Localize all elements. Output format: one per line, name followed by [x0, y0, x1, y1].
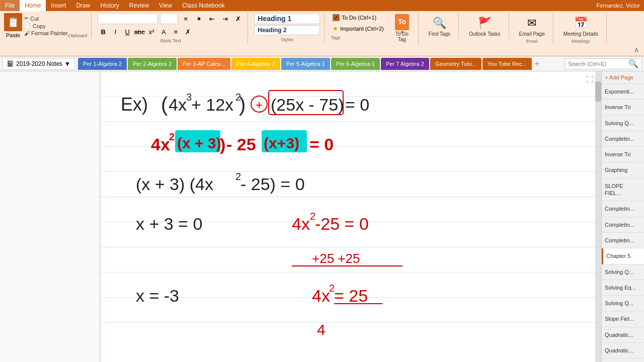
paste-button[interactable]: 📋 Paste	[4, 13, 22, 38]
equation-row-5: +25 +25	[121, 245, 581, 270]
increase-indent-button[interactable]: ⇥	[219, 13, 230, 24]
decrease-indent-button[interactable]: ⇤	[206, 13, 217, 24]
equation-2: 4x 2 (x + 3) ) - 25 (x+3) = 0	[121, 126, 473, 159]
page-item-17[interactable]: Factoring	[602, 358, 644, 362]
underline-button[interactable]: U	[122, 26, 133, 37]
section-tab-2[interactable]: Per 3-AP Calcu...	[178, 58, 230, 70]
page-item-11[interactable]: Solving Q...	[602, 264, 644, 280]
meeting-button[interactable]: 📅 Meeting Details	[559, 13, 602, 39]
section-tabs: Per 1-Algebra 2Per 2-Algebra 2Per 3-AP C…	[78, 58, 532, 70]
page-item-14[interactable]: Slope Fiel...	[602, 311, 644, 327]
bullet-list-button[interactable]: ≡	[180, 13, 191, 24]
equation-3: (x + 3) (4x 2 - 25) = 0	[121, 166, 473, 199]
svg-text:): )	[220, 135, 225, 154]
menu-class-notebook[interactable]: Class Notebook	[177, 0, 230, 11]
font-color-button[interactable]: A	[158, 26, 169, 37]
page-item-2[interactable]: Solving Q...	[602, 116, 644, 131]
section-tab-5[interactable]: Per 6-Algebra 1	[331, 58, 380, 70]
section-tab-1[interactable]: Per 2-Algebra 2	[128, 58, 177, 70]
menu-view[interactable]: View	[154, 0, 177, 11]
nav-bar: 📓 2019-2020 Notes ▼ Per 1-Algebra 2Per 2…	[0, 56, 644, 71]
notebook-selector[interactable]: 📓 2019-2020 Notes ▼	[2, 58, 75, 70]
svg-text:4: 4	[317, 321, 326, 338]
meeting-group: 📅 Meeting Details Meetings	[559, 13, 607, 44]
page-item-16[interactable]: Quadratic...	[602, 343, 644, 358]
page-item-1[interactable]: Inverse Tri	[602, 100, 644, 115]
numbered-list-button[interactable]: ⁕	[193, 13, 204, 24]
scrollbar-thumb[interactable]	[595, 81, 601, 102]
menu-review[interactable]: Review	[124, 0, 154, 11]
svg-text:+ 12x: + 12x	[191, 95, 233, 114]
find-tags-group: 🔍 Find Tags	[425, 13, 459, 39]
meeting-icon: 📅	[573, 15, 589, 31]
note-content[interactable]: Ex) ( 4x 3 + 12x 2 ) + (25x - 75)	[101, 71, 601, 362]
expand-icon[interactable]: ⛶	[586, 75, 593, 83]
page-item-8[interactable]: Completin...	[602, 217, 644, 233]
email-group: ✉ Email Page Email	[515, 13, 553, 44]
page-item-15[interactable]: Quadratic...	[602, 327, 644, 343]
svg-text:4x: 4x	[169, 95, 187, 114]
notebook-dropdown-icon: ▼	[64, 60, 70, 67]
menu-draw[interactable]: Draw	[71, 0, 95, 11]
important-label: Important (Ctrl+2)	[340, 26, 384, 32]
heading1-style[interactable]: Heading 1	[254, 13, 320, 24]
svg-text:4x: 4x	[312, 286, 330, 305]
superscript-button[interactable]: x²	[146, 26, 157, 37]
bold-button[interactable]: B	[98, 26, 109, 37]
page-item-6[interactable]: SLOPE FIEL...	[602, 178, 644, 202]
menu-insert[interactable]: Insert	[46, 0, 71, 11]
italic-button[interactable]: I	[110, 26, 121, 37]
menu-history[interactable]: History	[95, 0, 124, 11]
math-equations: Ex) ( 4x 3 + 12x 2 ) + (25x - 75)	[121, 81, 581, 354]
collapse-ribbon-button[interactable]: ∧	[633, 45, 640, 55]
menu-file[interactable]: File	[0, 0, 20, 11]
page-item-10[interactable]: Chapter 5	[602, 248, 644, 264]
page-item-7[interactable]: Completin...	[602, 201, 644, 217]
clear-format-button[interactable]: ✗	[232, 13, 244, 24]
svg-text:2: 2	[169, 131, 175, 142]
cut-button[interactable]: ✂ Cut	[24, 15, 68, 22]
email-group-label: Email	[526, 39, 538, 44]
add-section-button[interactable]: +	[533, 59, 541, 68]
strikethrough-button[interactable]: abc	[134, 26, 145, 37]
section-tab-7[interactable]: Geometry Tuto...	[430, 58, 481, 70]
basic-text-label: Basic Text	[98, 37, 244, 43]
format-painter-button[interactable]: 🖌 Format Painter	[24, 30, 68, 36]
section-tab-0[interactable]: Per 1-Algebra 2	[78, 58, 127, 70]
todo-tag[interactable]: ✓ To Do (Ctrl+1)	[331, 13, 386, 22]
important-tag[interactable]: ★ Important (Ctrl+2)	[331, 24, 386, 33]
clipboard-group: 📋 Paste ✂ Cut 📄 Copy 🖌 Format Painter Cl…	[4, 13, 92, 38]
vertical-scrollbar[interactable]	[595, 71, 601, 362]
page-item-5[interactable]: Graphing	[602, 162, 644, 178]
find-tags-button[interactable]: 🔍 Find Tags	[425, 13, 454, 39]
equation-row-4: x + 3 = 0 4x 2 -25 = 0	[121, 206, 581, 238]
page-item-4[interactable]: Inverse Tri	[602, 147, 644, 162]
section-tab-4[interactable]: Per 5-Algebra 1	[281, 58, 330, 70]
section-tab-3[interactable]: Per 4-Algebra 2	[231, 58, 280, 70]
menu-bar: File Home Insert Draw History Review Vie…	[0, 0, 644, 11]
font-selector[interactable]	[98, 13, 158, 24]
section-tab-8[interactable]: You Tube Rec...	[482, 58, 532, 70]
page-item-9[interactable]: Completin...	[602, 233, 644, 248]
outlook-button[interactable]: 🚩 Outlook Tasks	[465, 13, 505, 39]
page-item-13[interactable]: Solving Q...	[602, 296, 644, 311]
heading2-style[interactable]: Heading 2	[254, 25, 320, 35]
add-page-button[interactable]: + Add Page	[602, 71, 644, 84]
menu-home[interactable]: Home	[20, 0, 46, 11]
section-tab-6[interactable]: Per 7 Algebra 2	[381, 58, 429, 70]
todo-tag-button[interactable]: To To DoTag	[390, 13, 414, 44]
left-margin	[0, 71, 101, 362]
copy-button[interactable]: 📄 Copy	[24, 23, 68, 29]
page-item-12[interactable]: Solving Eq...	[602, 280, 644, 296]
search-input[interactable]	[568, 61, 628, 67]
align-button[interactable]: ≡	[170, 26, 181, 37]
paste-icon: 📋	[4, 13, 22, 31]
tags-checkboxes: ✓ To Do (Ctrl+1) ★ Important (Ctrl+2) Ta…	[331, 13, 386, 40]
page-item-0[interactable]: Exponenti...	[602, 84, 644, 100]
page-item-3[interactable]: Completin...	[602, 131, 644, 147]
email-button[interactable]: ✉ Email Page	[515, 13, 549, 39]
svg-text:(x+3): (x+3)	[264, 135, 299, 151]
clear-button2[interactable]: ✗	[182, 26, 193, 37]
font-size-selector[interactable]	[160, 13, 178, 24]
todo-label: To Do (Ctrl+1)	[342, 15, 376, 21]
